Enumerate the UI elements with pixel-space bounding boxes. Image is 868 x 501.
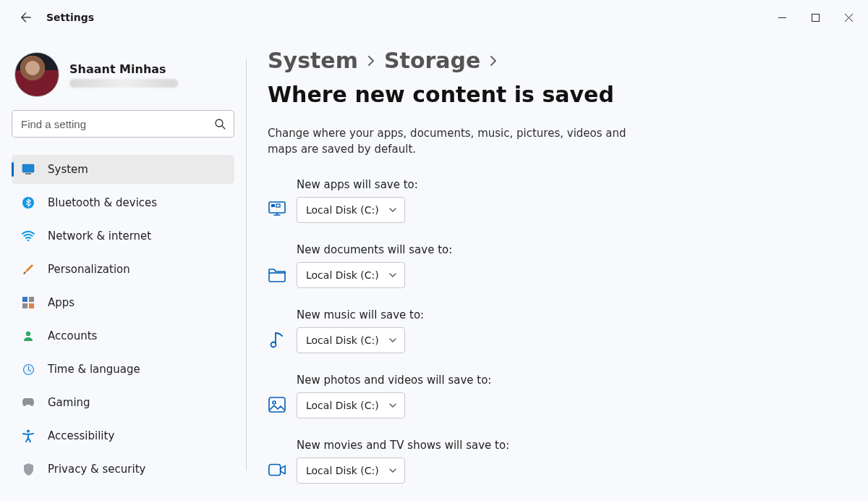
svg-rect-17 <box>269 397 285 412</box>
sidebar-item-label: Accounts <box>48 329 97 342</box>
svg-rect-2 <box>22 164 34 172</box>
svg-point-5 <box>27 240 30 242</box>
svg-rect-19 <box>269 464 281 475</box>
apps-icon <box>22 296 35 309</box>
setting-label: New photos and videos will save to: <box>297 374 491 387</box>
chevron-down-icon <box>388 466 397 475</box>
setting-row-photos: New photos and videos will save to: Loca… <box>268 374 839 418</box>
search-input[interactable] <box>12 110 234 138</box>
breadcrumb: System Storage Where new content is save… <box>268 48 839 107</box>
paintbrush-icon <box>22 263 35 276</box>
chevron-down-icon <box>388 206 397 214</box>
page-subtitle: Change where your apps, documents, music… <box>268 126 644 158</box>
setting-label: New documents will save to: <box>297 243 452 256</box>
wifi-icon <box>22 230 35 243</box>
svg-point-1 <box>216 119 223 127</box>
svg-rect-9 <box>29 303 34 308</box>
main-content: System Storage Where new content is save… <box>246 35 868 501</box>
movies-location-dropdown[interactable]: Local Disk (C:) <box>297 458 405 484</box>
sidebar-item-system[interactable]: System <box>12 155 234 184</box>
person-icon <box>22 329 35 342</box>
search-wrap <box>12 110 234 138</box>
sidebar: Shaant Minhas System Bluetooth & devi <box>0 35 246 501</box>
sidebar-item-personalization[interactable]: Personalization <box>12 255 234 284</box>
setting-row-music: New music will save to: Local Disk (C:) <box>268 308 839 353</box>
svg-rect-3 <box>25 173 31 174</box>
dropdown-value: Local Disk (C:) <box>306 204 379 216</box>
back-button[interactable] <box>12 3 41 32</box>
dropdown-value: Local Disk (C:) <box>306 465 379 476</box>
setting-row-documents: New documents will save to: Local Disk (… <box>268 243 839 288</box>
setting-row-apps: New apps will save to: Local Disk (C:) <box>268 178 839 223</box>
svg-rect-8 <box>22 303 27 308</box>
chevron-down-icon <box>388 336 397 345</box>
apps-location-dropdown[interactable]: Local Disk (C:) <box>297 197 405 223</box>
chevron-down-icon <box>388 271 397 279</box>
profile-name: Shaant Minhas <box>69 62 178 76</box>
profile-block[interactable]: Shaant Minhas <box>14 52 234 97</box>
sidebar-item-label: Time & language <box>48 363 140 376</box>
sidebar-item-time-language[interactable]: Time & language <box>12 355 234 384</box>
svg-rect-0 <box>812 14 819 21</box>
photos-location-dropdown[interactable]: Local Disk (C:) <box>297 392 405 418</box>
sidebar-item-label: System <box>48 163 88 176</box>
setting-row-movies: New movies and TV shows will save to: Lo… <box>268 439 839 484</box>
shield-icon <box>22 463 35 476</box>
arrow-left-icon <box>20 12 32 23</box>
sidebar-item-label: Gaming <box>48 396 90 409</box>
sidebar-item-label: Network & internet <box>48 230 151 243</box>
svg-point-16 <box>271 342 276 347</box>
sidebar-item-network[interactable]: Network & internet <box>12 222 234 250</box>
sidebar-item-label: Bluetooth & devices <box>48 196 157 209</box>
bluetooth-icon <box>22 196 35 209</box>
search-icon <box>214 118 226 130</box>
sidebar-item-accessibility[interactable]: Accessibility <box>12 421 234 450</box>
close-icon <box>845 14 853 22</box>
app-title: Settings <box>46 12 94 23</box>
avatar <box>14 52 59 97</box>
svg-point-18 <box>273 401 276 404</box>
svg-rect-15 <box>276 204 280 207</box>
maximize-icon <box>812 14 820 22</box>
dropdown-value: Local Disk (C:) <box>306 334 379 346</box>
breadcrumb-storage[interactable]: Storage <box>384 48 480 73</box>
sidebar-item-apps[interactable]: Apps <box>12 288 234 317</box>
dropdown-value: Local Disk (C:) <box>306 400 379 411</box>
folder-icon <box>268 265 286 284</box>
sidebar-item-bluetooth[interactable]: Bluetooth & devices <box>12 188 234 217</box>
svg-point-12 <box>27 430 30 433</box>
svg-rect-14 <box>271 204 275 207</box>
svg-rect-7 <box>29 297 34 302</box>
music-location-dropdown[interactable]: Local Disk (C:) <box>297 327 405 353</box>
breadcrumb-current: Where new content is saved <box>268 82 614 107</box>
nav-list: System Bluetooth & devices Network & int… <box>12 155 234 488</box>
video-icon <box>268 460 286 479</box>
chevron-right-icon <box>367 54 375 67</box>
chevron-down-icon <box>388 401 397 410</box>
sidebar-item-label: Accessibility <box>48 429 114 442</box>
titlebar: Settings <box>0 0 868 35</box>
sidebar-item-gaming[interactable]: Gaming <box>12 388 234 417</box>
gamepad-icon <box>22 396 35 409</box>
minimize-icon <box>778 14 786 22</box>
maximize-button[interactable] <box>799 6 832 29</box>
sidebar-item-label: Privacy & security <box>48 463 145 476</box>
profile-email-redacted <box>69 79 178 88</box>
documents-location-dropdown[interactable]: Local Disk (C:) <box>297 262 405 288</box>
setting-label: New music will save to: <box>297 308 424 321</box>
accessibility-icon <box>22 429 35 442</box>
sidebar-item-accounts[interactable]: Accounts <box>12 321 234 350</box>
setting-label: New movies and TV shows will save to: <box>297 439 509 452</box>
sidebar-item-label: Apps <box>48 296 75 309</box>
desktop-app-icon <box>268 200 286 219</box>
image-icon <box>268 395 286 414</box>
vertical-divider <box>246 59 247 471</box>
sidebar-item-privacy[interactable]: Privacy & security <box>12 455 234 484</box>
dropdown-value: Local Disk (C:) <box>306 269 379 281</box>
clock-globe-icon <box>22 363 35 376</box>
chevron-right-icon <box>489 54 498 67</box>
profile-text: Shaant Minhas <box>69 62 178 88</box>
close-button[interactable] <box>832 6 865 29</box>
breadcrumb-system[interactable]: System <box>268 48 358 73</box>
minimize-button[interactable] <box>765 6 799 29</box>
